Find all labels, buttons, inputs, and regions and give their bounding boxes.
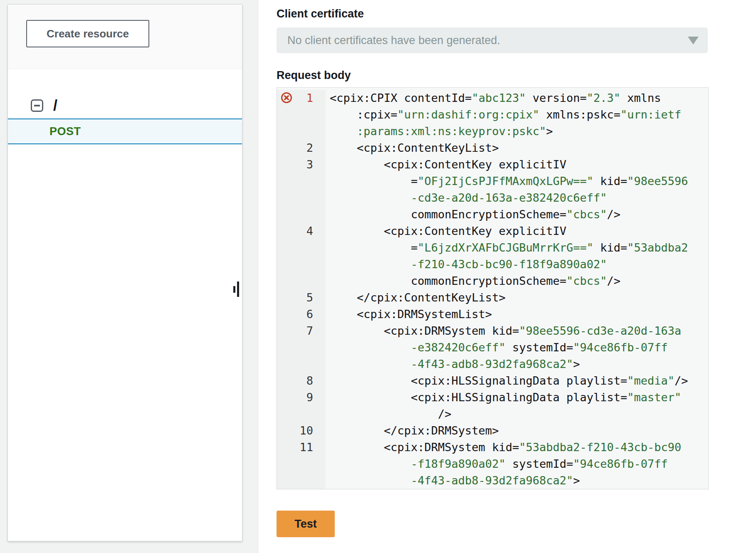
line-number-gutter: 4 <box>277 223 326 239</box>
resize-bar-short <box>233 286 235 293</box>
minus-bar <box>34 105 40 106</box>
code-row: commonEncryptionScheme="cbcs"/> <box>277 273 708 289</box>
code-row: 4 <cpix:ContentKey explicitIV <box>277 223 708 239</box>
resource-root-label: / <box>53 97 57 114</box>
code-line: <cpix:DRMSystem kid="98ee5596-cd3e-a20d-… <box>326 323 708 339</box>
code-row: -cd3e-a20d-163a-e382420c6eff" <box>277 190 708 206</box>
code-rows: 1<cpix:CPIX contentId="abc123" version="… <box>277 90 708 489</box>
code-line: commonEncryptionScheme="cbcs"/> <box>326 273 708 289</box>
code-line: -4f43-adb8-93d2fa968ca2"> <box>326 356 708 373</box>
test-pane: Client certificate No client certificate… <box>259 0 756 553</box>
code-line: <cpix:ContentKey explicitIV <box>326 156 708 173</box>
line-number: 7 <box>306 324 313 337</box>
line-number-gutter <box>277 406 326 422</box>
line-number-gutter <box>277 273 326 289</box>
code-line: -f18f9a890a02" systemId="94ce86fb-07ff <box>326 456 708 472</box>
code-row: 11 <cpix:DRMSystem kid="53abdba2-f210-43… <box>277 439 708 456</box>
line-number-gutter <box>277 456 326 472</box>
code-row: -4f43-adb8-93d2fa968ca2"> <box>277 356 708 373</box>
line-number: 4 <box>306 225 313 237</box>
minus-square-icon[interactable] <box>31 99 43 112</box>
code-line: <cpix:DRMSystemList> <box>326 306 708 323</box>
code-row: 1<cpix:CPIX contentId="abc123" version="… <box>277 90 708 106</box>
method-label-post: POST <box>49 125 81 138</box>
code-row: :cpix="urn:dashif:org:cpix" xmlns:pskc="… <box>277 106 708 123</box>
line-number-gutter: 11 <box>277 439 326 456</box>
code-row: 2 <cpix:ContentKeyList> <box>277 140 708 156</box>
method-row-post[interactable]: POST <box>8 118 242 144</box>
code-line: </cpix:ContentKeyList> <box>326 289 708 306</box>
line-number-gutter: 8 <box>277 373 326 389</box>
line-number-gutter: 10 <box>277 422 326 439</box>
caret-down-icon <box>688 37 699 44</box>
resources-panel: Create resource / POST <box>7 4 242 541</box>
code-line: <cpix:HLSSignalingData playlist="master" <box>326 389 708 406</box>
code-row: -f210-43cb-bc90-f18f9a890a02" <box>277 256 708 273</box>
line-number-gutter <box>277 472 326 489</box>
code-row: 10 </cpix:DRMSystem> <box>277 422 708 439</box>
code-row: -e382420c6eff" systemId="94ce86fb-07ff <box>277 339 708 356</box>
line-number: 11 <box>299 441 313 454</box>
resize-bar-tall <box>237 281 239 297</box>
code-row: 7 <cpix:DRMSystem kid="98ee5596-cd3e-a20… <box>277 323 708 339</box>
line-number-gutter <box>277 206 326 223</box>
code-row: 6 <cpix:DRMSystemList> <box>277 306 708 323</box>
code-row: commonEncryptionScheme="cbcs"/> <box>277 206 708 223</box>
line-number: 9 <box>306 391 313 404</box>
line-number-gutter: 6 <box>277 306 326 323</box>
line-number: 3 <box>306 158 313 171</box>
code-row: /> <box>277 406 708 422</box>
line-number: 2 <box>306 141 313 154</box>
code-row: 8 <cpix:HLSSignalingData playlist="media… <box>277 373 708 389</box>
line-number: 5 <box>306 291 313 304</box>
resource-tree-root-row[interactable]: / <box>31 96 57 115</box>
line-number-gutter <box>277 256 326 273</box>
line-number-gutter <box>277 173 326 190</box>
resources-panel-header: Create resource <box>8 5 242 69</box>
line-number-gutter <box>277 123 326 140</box>
code-line: :cpix="urn:dashif:org:cpix" xmlns:pskc="… <box>326 106 708 123</box>
line-number-gutter <box>277 339 326 356</box>
line-number-gutter: 7 <box>277 323 326 339</box>
code-line: ="L6jzdXrXAFbCJGBuMrrKrG==" kid="53abdba… <box>326 239 708 256</box>
code-line: <cpix:HLSSignalingData playlist="media"/… <box>326 373 708 389</box>
code-line: -cd3e-a20d-163a-e382420c6eff" <box>326 190 708 206</box>
code-line: /> <box>326 406 708 422</box>
client-certificate-select[interactable]: No client certificates have been generat… <box>277 27 708 53</box>
code-row: :params:xml:ns:keyprov:pskc"> <box>277 123 708 140</box>
code-line: -f210-43cb-bc90-f18f9a890a02" <box>326 256 708 273</box>
code-row: ="OFj2IjCsPJFfMAxmQxLGPw==" kid="98ee559… <box>277 173 708 190</box>
code-line: <cpix:DRMSystem kid="53abdba2-f210-43cb-… <box>326 439 708 456</box>
line-number-gutter <box>277 239 326 256</box>
line-number-gutter <box>277 190 326 206</box>
code-line: -4f43-adb8-93d2fa968ca2"> <box>326 472 708 489</box>
code-line: :params:xml:ns:keyprov:pskc"> <box>326 123 708 140</box>
client-certificate-heading: Client certificate <box>277 7 756 20</box>
line-number: 1 <box>306 91 313 104</box>
code-row: 5 </cpix:ContentKeyList> <box>277 289 708 306</box>
code-line: </cpix:DRMSystem> <box>326 422 708 439</box>
code-row: -4f43-adb8-93d2fa968ca2"> <box>277 472 708 489</box>
error-circle-icon <box>280 91 293 104</box>
code-row: 3 <cpix:ContentKey explicitIV <box>277 156 708 173</box>
line-number-gutter <box>277 106 326 123</box>
client-certificate-placeholder: No client certificates have been generat… <box>277 27 708 53</box>
code-line: ="OFj2IjCsPJFfMAxmQxLGPw==" kid="98ee559… <box>326 173 708 190</box>
create-resource-button[interactable]: Create resource <box>26 20 149 47</box>
request-body-heading: Request body <box>277 69 756 82</box>
pane-resize-handle-icon[interactable] <box>233 281 241 297</box>
code-row: ="L6jzdXrXAFbCJGBuMrrKrG==" kid="53abdba… <box>277 239 708 256</box>
line-number: 8 <box>306 374 313 387</box>
code-line: commonEncryptionScheme="cbcs"/> <box>326 206 708 223</box>
line-number-gutter: 3 <box>277 156 326 173</box>
line-number-gutter: 9 <box>277 389 326 406</box>
test-button[interactable]: Test <box>277 511 335 537</box>
code-row: -f18f9a890a02" systemId="94ce86fb-07ff <box>277 456 708 472</box>
line-number: 10 <box>299 424 313 437</box>
line-number-gutter: 5 <box>277 289 326 306</box>
code-line: <cpix:CPIX contentId="abc123" version="2… <box>326 90 708 106</box>
line-number-gutter <box>277 356 326 373</box>
code-line: -e382420c6eff" systemId="94ce86fb-07ff <box>326 339 708 356</box>
code-line: <cpix:ContentKey explicitIV <box>326 223 708 239</box>
request-body-editor[interactable]: 1<cpix:CPIX contentId="abc123" version="… <box>277 87 709 489</box>
